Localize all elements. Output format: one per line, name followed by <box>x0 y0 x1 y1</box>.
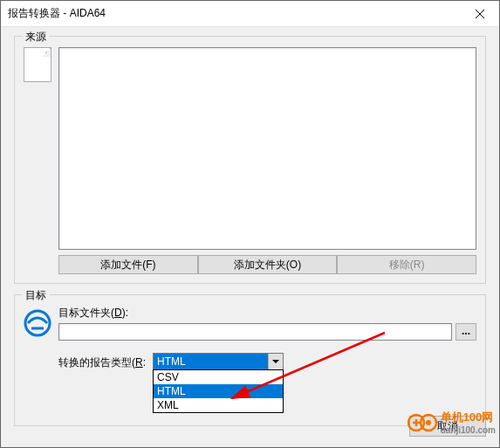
add-file-button[interactable]: 添加文件(F) <box>58 255 198 274</box>
source-file-list[interactable] <box>58 47 476 250</box>
combobox-selected: HTML <box>154 354 268 369</box>
source-group: 来源 添加文件(F) 添加文件夹(O) 移除(R) <box>14 36 486 284</box>
dest-folder-label: 目标文件夹(D): <box>58 306 476 320</box>
document-icon <box>24 47 51 82</box>
cancel-button[interactable]: 取消 <box>409 416 486 437</box>
browse-button[interactable]: ... <box>455 323 476 341</box>
destination-group: 目标 目标文件夹(D): ... 转换的报告类型(R: HTML <box>14 294 486 426</box>
close-button[interactable] <box>460 1 499 26</box>
dest-folder-input[interactable] <box>58 323 452 341</box>
remove-button: 移除(R) <box>337 255 476 274</box>
report-type-dropdown[interactable]: CSV HTML XML <box>153 369 284 413</box>
report-type-combobox[interactable]: HTML <box>153 353 284 370</box>
dialog-buttons: 取消 <box>409 416 486 437</box>
source-label: 来源 <box>22 30 50 45</box>
dialog-window: 报告转换器 - AIDA64 来源 添加文件(F) 添加文件夹(O) 移除(R)… <box>0 0 500 448</box>
dropdown-option-csv[interactable]: CSV <box>154 370 283 384</box>
title-bar: 报告转换器 - AIDA64 <box>1 1 499 27</box>
window-title: 报告转换器 - AIDA64 <box>8 6 460 21</box>
edge-icon <box>24 309 51 337</box>
close-icon <box>476 10 484 18</box>
dropdown-option-html[interactable]: HTML <box>154 384 283 398</box>
chevron-down-icon <box>268 354 283 369</box>
report-type-label: 转换的报告类型(R: <box>58 355 146 370</box>
add-folder-button[interactable]: 添加文件夹(O) <box>198 255 338 274</box>
dropdown-option-xml[interactable]: XML <box>154 398 283 412</box>
content-area: 来源 添加文件(F) 添加文件夹(O) 移除(R) 目标 目标文件夹(D): <box>1 27 499 445</box>
destination-label: 目标 <box>22 288 50 303</box>
